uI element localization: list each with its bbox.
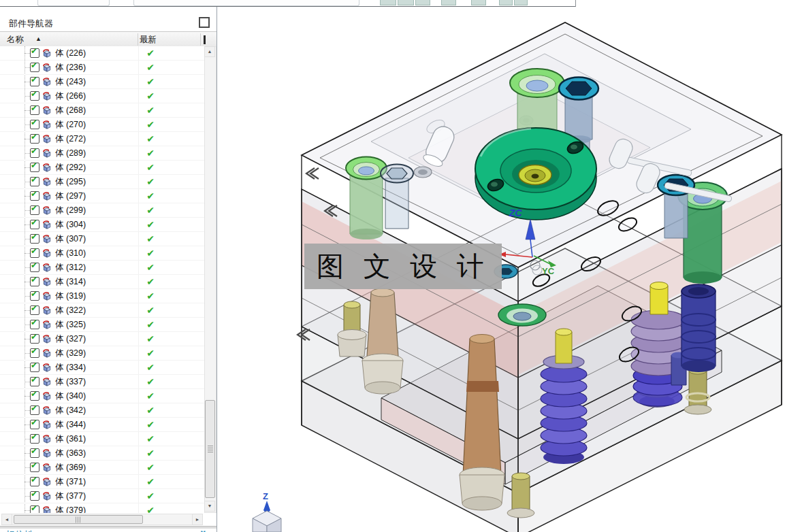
row-label: 体 (371) — [55, 476, 86, 488]
scroll-down-button[interactable]: ▼ — [204, 501, 215, 512]
part-navigator-row[interactable]: ✔ 体 (334) ✔ — [0, 361, 204, 375]
visibility-checkbox[interactable]: ✔ — [30, 91, 39, 101]
part-navigator-row[interactable]: ✔ 体 (272) ✔ — [0, 132, 204, 146]
scroll-up-button[interactable]: ▲ — [204, 46, 215, 57]
visibility-checkbox[interactable]: ✔ — [30, 434, 39, 444]
part-navigator-row[interactable]: ✔ 体 (329) ✔ — [0, 346, 204, 361]
scroll-right-button[interactable]: ► — [192, 514, 203, 525]
part-navigator-row[interactable]: ✔ 体 (314) ✔ — [0, 275, 204, 289]
visibility-checkbox[interactable]: ✔ — [30, 77, 39, 86]
part-navigator-row[interactable]: ✔ 体 (295) ✔ — [0, 175, 204, 189]
part-navigator-row[interactable]: ✔ 体 (307) ✔ — [0, 232, 204, 246]
tree-line — [25, 239, 30, 239]
chevron-down-icon[interactable]: ∨ — [199, 528, 207, 532]
body-feature-icon — [42, 434, 52, 444]
visibility-checkbox[interactable]: ✔ — [30, 448, 39, 458]
visibility-checkbox[interactable]: ✔ — [30, 505, 39, 513]
part-navigator-row[interactable]: ✔ 体 (266) ✔ — [0, 89, 204, 103]
panel-divider[interactable] — [0, 526, 216, 529]
visibility-checkbox[interactable]: ✔ — [30, 148, 39, 158]
visibility-checkbox[interactable]: ✔ — [30, 277, 39, 286]
part-navigator-row[interactable]: ✔ 体 (299) ✔ — [0, 203, 204, 218]
visibility-checkbox[interactable]: ✔ — [30, 263, 39, 272]
visibility-checkbox[interactable]: ✔ — [30, 248, 39, 258]
visibility-checkbox[interactable]: ✔ — [30, 477, 39, 486]
dependencies-section-label[interactable]: 相依性 — [5, 529, 34, 532]
visibility-checkbox[interactable]: ✔ — [30, 291, 39, 301]
visibility-checkbox[interactable]: ✔ — [30, 377, 39, 386]
part-navigator-row[interactable]: ✔ 体 (297) ✔ — [0, 189, 204, 203]
column-header-latest[interactable]: 最新 — [140, 34, 157, 46]
sort-ascending-icon[interactable]: ▲ — [35, 35, 42, 42]
visibility-checkbox[interactable]: ✔ — [30, 191, 39, 201]
visibility-checkbox[interactable]: ✔ — [30, 220, 39, 229]
latest-check-icon: ✔ — [143, 205, 158, 216]
check-icon: ✔ — [31, 75, 37, 84]
part-navigator-row[interactable]: ✔ 体 (292) ✔ — [0, 161, 204, 175]
part-navigator-row[interactable]: ✔ 体 (319) ✔ — [0, 289, 204, 303]
visibility-checkbox[interactable]: ✔ — [30, 48, 39, 58]
toolbar-group-outline — [37, 0, 110, 6]
part-navigator-row[interactable]: ✔ 体 (312) ✔ — [0, 261, 204, 275]
visibility-checkbox[interactable]: ✔ — [30, 405, 39, 415]
latest-check-icon: ✔ — [143, 419, 158, 430]
horizontal-scrollbar-thumb[interactable] — [14, 515, 143, 524]
visibility-checkbox[interactable]: ✔ — [30, 134, 39, 144]
visibility-checkbox[interactable]: ✔ — [30, 320, 39, 329]
part-navigator-row[interactable]: ✔ 体 (361) ✔ — [0, 432, 204, 446]
visibility-checkbox[interactable]: ✔ — [30, 391, 39, 401]
column-header-name[interactable]: 名称 — [7, 34, 24, 46]
part-navigator-row[interactable]: ✔ 体 (340) ✔ — [0, 389, 204, 403]
part-navigator-row[interactable]: ✔ 体 (236) ✔ — [0, 61, 204, 75]
visibility-checkbox[interactable]: ✔ — [30, 463, 39, 472]
part-navigator-row[interactable]: ✔ 体 (377) ✔ — [0, 489, 204, 503]
row-label: 体 (314) — [55, 276, 86, 288]
visibility-checkbox[interactable]: ✔ — [30, 363, 39, 372]
float-panel-icon[interactable] — [199, 17, 210, 28]
part-navigator-row[interactable]: ✔ 体 (270) ✔ — [0, 118, 204, 132]
part-navigator-row[interactable]: ✔ 体 (310) ✔ — [0, 246, 204, 261]
row-label: 体 (329) — [55, 348, 86, 359]
part-navigator-row[interactable]: ✔ 体 (379) ✔ — [0, 503, 204, 513]
visibility-checkbox[interactable]: ✔ — [30, 420, 39, 429]
panel-title: 部件导航器 — [9, 18, 53, 30]
visibility-checkbox[interactable]: ✔ — [30, 120, 39, 129]
part-navigator-row[interactable]: ✔ 体 (363) ✔ — [0, 446, 204, 461]
body-feature-icon — [42, 405, 52, 416]
visibility-checkbox[interactable]: ✔ — [30, 177, 39, 186]
latest-check-icon: ✔ — [143, 505, 158, 513]
visibility-checkbox[interactable]: ✔ — [30, 63, 39, 72]
part-navigator-row[interactable]: ✔ 体 (322) ✔ — [0, 303, 204, 318]
row-label: 体 (226) — [55, 48, 86, 59]
tree-line — [25, 96, 30, 97]
part-navigator-row[interactable]: ✔ 体 (337) ✔ — [0, 375, 204, 389]
visibility-checkbox[interactable]: ✔ — [30, 334, 39, 344]
visibility-checkbox[interactable]: ✔ — [30, 348, 39, 358]
part-navigator-row[interactable]: ✔ 体 (226) ✔ — [0, 46, 204, 61]
part-navigator-row[interactable]: ✔ 体 (325) ✔ — [0, 318, 204, 332]
visibility-checkbox[interactable]: ✔ — [30, 491, 39, 501]
part-navigator-row[interactable]: ✔ 体 (268) ✔ — [0, 103, 204, 118]
part-navigator-row[interactable]: ✔ 体 (304) ✔ — [0, 218, 204, 232]
row-label: 体 (325) — [55, 319, 86, 331]
body-feature-icon — [42, 505, 52, 514]
row-label: 体 (292) — [55, 162, 86, 173]
locating-ring[interactable] — [475, 128, 596, 220]
part-navigator-row[interactable]: ✔ 体 (369) ✔ — [0, 461, 204, 475]
part-navigator-row[interactable]: ✔ 体 (243) ✔ — [0, 75, 204, 89]
tree-line — [25, 425, 30, 425]
tree-line — [25, 153, 30, 154]
part-navigator-row[interactable]: ✔ 体 (289) ✔ — [0, 146, 204, 161]
part-navigator-row[interactable]: ✔ 体 (344) ✔ — [0, 418, 204, 432]
part-navigator-row[interactable]: ✔ 体 (371) ✔ — [0, 475, 204, 489]
part-navigator-row[interactable]: ✔ 体 (342) ✔ — [0, 403, 204, 418]
visibility-checkbox[interactable]: ✔ — [30, 205, 39, 215]
part-navigator-row[interactable]: ✔ 体 (327) ✔ — [0, 332, 204, 346]
vertical-scrollbar-thumb[interactable] — [205, 400, 215, 498]
visibility-checkbox[interactable]: ✔ — [30, 105, 39, 115]
visibility-checkbox[interactable]: ✔ — [30, 163, 39, 172]
visibility-checkbox[interactable]: ✔ — [30, 234, 39, 244]
visibility-checkbox[interactable]: ✔ — [30, 305, 39, 315]
row-label: 体 (297) — [55, 190, 86, 202]
scroll-left-button[interactable]: ◄ — [1, 514, 12, 525]
